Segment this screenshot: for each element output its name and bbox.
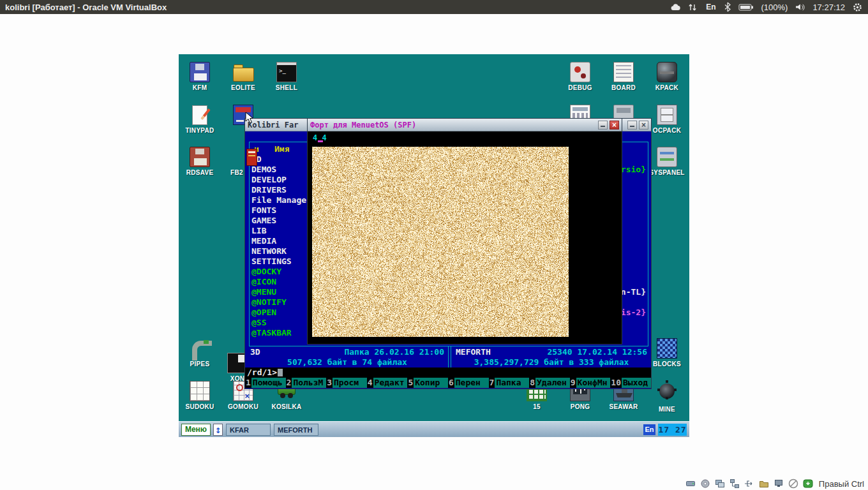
icon-label: BOARD xyxy=(603,84,644,91)
column-header-name[interactable]: Имя xyxy=(274,144,289,154)
right-panel-totals: 3,385,297,729 байт в 333 файлах xyxy=(456,357,647,368)
fnkey-6[interactable]: 6Перен xyxy=(448,378,489,388)
spf-title: Форт для MenuetOS (SPF) xyxy=(310,121,416,130)
spf-titlebar[interactable]: Форт для MenuetOS (SPF) xyxy=(308,119,622,131)
panel-divider xyxy=(448,346,451,368)
cd-icon[interactable] xyxy=(700,479,710,489)
close-icon[interactable] xyxy=(610,121,619,130)
gear-icon[interactable] xyxy=(852,2,863,13)
icon-label: PONG xyxy=(560,403,601,410)
desktop-switch-button[interactable] xyxy=(213,424,223,436)
desktop-icon-blocks[interactable]: BLOCKS xyxy=(647,338,687,368)
icon-label: DEBUG xyxy=(560,84,601,91)
right-panel-status: MEFORTH 25340 17.02.14 12:56 xyxy=(456,347,647,357)
icon-label: MINE xyxy=(647,406,687,413)
desktop-icon-eolite[interactable]: EOLITE xyxy=(223,62,264,91)
vm-clock[interactable]: 17 27 xyxy=(658,424,687,436)
package-icon xyxy=(657,62,677,82)
close-icon[interactable] xyxy=(639,121,648,130)
battery-icon[interactable] xyxy=(738,2,754,13)
desktop-icon-pipes[interactable]: PIPES xyxy=(179,338,220,368)
keyboard-capture-icon[interactable] xyxy=(803,479,813,489)
fnkey-4[interactable]: 4Редакт xyxy=(367,378,408,388)
pipe-icon xyxy=(190,338,210,359)
updown-arrows-icon[interactable] xyxy=(687,2,698,12)
volume-icon[interactable] xyxy=(795,2,805,12)
display-icon[interactable] xyxy=(774,479,784,489)
spf-window: Форт для MenuetOS (SPF) 4 4 xyxy=(307,118,622,345)
virtualbox-window: kolibri [Работает] - Oracle VM VirtualBo… xyxy=(0,0,868,490)
minimize-icon[interactable] xyxy=(598,121,608,130)
host-key-label: Правый Ctrl xyxy=(819,479,864,489)
panel-border xyxy=(648,142,648,346)
icon-label: TINYPAD xyxy=(179,127,220,134)
taskbar-task-kfar[interactable]: KFAR xyxy=(226,424,271,436)
panel-border xyxy=(249,142,250,346)
fb2read-icon[interactable] xyxy=(246,149,257,166)
function-key-bar: 1Помощь 2ПользМ 3Просм 4Редакт 5Копир 6П… xyxy=(245,378,651,388)
fnkey-1[interactable]: 1Помощь xyxy=(245,378,286,388)
desktop-icon-debug[interactable]: DEBUG xyxy=(560,62,601,91)
vm-keyboard-layout[interactable]: En xyxy=(643,424,655,435)
desktop-icon-syspanel[interactable]: SYSPANEL xyxy=(647,147,687,176)
icon-label: KFM xyxy=(179,84,220,91)
cabinet-icon xyxy=(657,105,677,125)
file-item-fragment[interactable]: is-2} xyxy=(621,308,646,317)
panel-icon xyxy=(657,147,677,167)
desktop-icon-board[interactable]: BOARD xyxy=(603,62,644,91)
desktop-icon-kpack[interactable]: KPACK xyxy=(647,62,687,91)
command-prompt: /rd/1> xyxy=(247,368,277,377)
bluetooth-icon[interactable] xyxy=(724,2,731,12)
spf-noise xyxy=(312,147,569,337)
desktop-icon-ocpack[interactable]: OCPACK xyxy=(647,105,687,134)
selected-file-name: 3D xyxy=(250,347,260,357)
text-cursor xyxy=(278,369,283,376)
system-tray: En (100%) 17:27:12 xyxy=(670,2,868,13)
usb-icon[interactable] xyxy=(744,479,754,489)
hdd-icon[interactable] xyxy=(685,479,696,489)
fnkey-10[interactable]: 10Выход xyxy=(610,378,651,388)
keyboard-layout-indicator[interactable]: En xyxy=(705,3,717,11)
save-disk-icon xyxy=(190,147,210,167)
desktop-icon-mine[interactable]: MINE xyxy=(647,381,687,413)
host-clock[interactable]: 17:27:12 xyxy=(812,3,845,12)
icon-label: BLOCKS xyxy=(647,360,687,368)
desktop-icon-kfm[interactable]: KFM xyxy=(179,62,220,91)
fnkey-7[interactable]: 7Папка xyxy=(489,378,530,388)
mouse-capture-icon[interactable] xyxy=(788,479,798,489)
shared-folder-icon[interactable] xyxy=(759,479,769,489)
battery-percent: (100%) xyxy=(761,3,788,12)
fnkey-8[interactable]: 8Удален xyxy=(529,378,570,388)
command-line[interactable]: /rd/1> xyxy=(245,368,651,378)
desktop-icon-sudoku[interactable]: SUDOKU xyxy=(179,381,220,410)
blocks-icon xyxy=(657,338,677,359)
fnkey-5[interactable]: 5Копир xyxy=(407,378,448,388)
icon-label: SYSPANEL xyxy=(647,169,687,176)
minimize-icon[interactable] xyxy=(627,121,637,130)
vbox-statusbar: Правый Ctrl xyxy=(685,479,864,489)
icon-label: RDSAVE xyxy=(179,169,220,176)
desktop-icon-rdsave[interactable]: RDSAVE xyxy=(179,147,220,176)
selected-file-name: MEFORTH xyxy=(456,347,491,357)
desktop-icon-shell[interactable]: SHELL xyxy=(266,62,307,91)
icon-label: SUDOKU xyxy=(179,403,220,410)
mouse-cursor xyxy=(245,112,254,127)
icon-label: GOMOKU xyxy=(223,403,264,410)
network-icon[interactable] xyxy=(730,479,740,489)
icon-label: SEAWAR xyxy=(603,403,644,410)
fnkey-2[interactable]: 2ПользМ xyxy=(286,378,327,388)
cloud-icon[interactable] xyxy=(670,2,680,12)
icon-label: 15 xyxy=(516,403,557,410)
fnkey-3[interactable]: 3Просм xyxy=(326,378,367,388)
monitors-icon[interactable] xyxy=(715,479,725,489)
bug-icon xyxy=(570,62,590,82)
grid-icon xyxy=(190,381,210,401)
icon-label: OCPACK xyxy=(647,127,687,134)
vm-display[interactable]: KFM EOLITE SHELL DEBUG BOARD KPACK TINYP… xyxy=(179,54,689,437)
taskbar-task-meforth[interactable]: MEFORTH xyxy=(274,424,318,436)
menu-button[interactable]: Меню xyxy=(181,424,211,436)
host-titlebar: kolibri [Работает] - Oracle VM VirtualBo… xyxy=(0,0,868,14)
desktop-icon-tinypad[interactable]: TINYPAD xyxy=(179,105,220,134)
fnkey-9[interactable]: 9КонфМн xyxy=(570,378,611,388)
window-title: kolibri [Работает] - Oracle VM VirtualBo… xyxy=(0,3,167,12)
